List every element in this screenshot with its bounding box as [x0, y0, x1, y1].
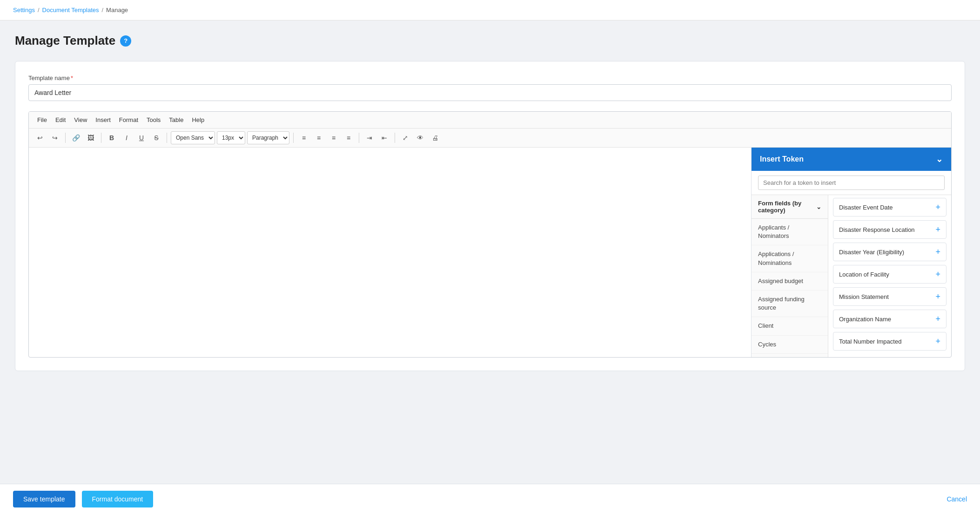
token-category-applications[interactable]: Applications / Nominations [752, 245, 828, 272]
toolbar-fullscreen[interactable]: ⤢ [399, 131, 412, 144]
token-field-disaster-response-location[interactable]: Disaster Response Location + [833, 220, 946, 239]
toolbar-divider-4 [293, 133, 294, 143]
token-field-label-disaster-year: Disaster Year (Eligibility) [839, 249, 904, 256]
token-field-total-number-impacted[interactable]: Total Number Impacted + [833, 332, 946, 351]
token-category-budget[interactable]: Assigned budget [752, 272, 828, 291]
toolbar-align-right[interactable]: ≡ [327, 131, 340, 144]
editor-container: File Edit View Insert Format Tools Table… [28, 111, 952, 358]
token-category-client[interactable]: Client [752, 317, 828, 335]
toolbar-paragraph-style[interactable]: Paragraph [247, 131, 289, 144]
toolbar-align-left[interactable]: ≡ [297, 131, 310, 144]
breadcrumb-sep-2: / [101, 7, 103, 14]
menu-file[interactable]: File [34, 115, 51, 125]
token-add-btn-disaster-year[interactable]: + [935, 248, 940, 256]
token-field-disaster-year[interactable]: Disaster Year (Eligibility) + [833, 243, 946, 261]
page-header: Manage Template ? [15, 34, 965, 48]
token-category-header: Form fields (by category) ⌄ [752, 195, 828, 219]
token-category-funding[interactable]: Assigned funding source [752, 291, 828, 317]
token-search-container [752, 171, 951, 195]
main-content: Manage Template ? Template name* File Ed… [0, 20, 980, 498]
token-field-label-mission-statement: Mission Statement [839, 293, 889, 300]
toolbar-link[interactable]: 🔗 [69, 131, 82, 144]
editor-menubar: File Edit View Insert Format Tools Table… [29, 112, 951, 128]
token-field-label-location-of-facility: Location of Facility [839, 271, 889, 278]
token-category-cycles[interactable]: Cycles [752, 336, 828, 354]
toolbar-indent[interactable]: ⇥ [363, 131, 376, 144]
token-category-header-label: Form fields (by category) [758, 200, 816, 214]
token-search-input[interactable] [758, 176, 945, 190]
token-add-btn-disaster-event-date[interactable]: + [935, 203, 940, 211]
token-field-label-total-number-impacted: Total Number Impacted [839, 338, 901, 345]
toolbar-redo[interactable]: ↪ [48, 131, 61, 144]
token-categories: Form fields (by category) ⌄ Applicants /… [752, 195, 828, 357]
token-add-btn-mission-statement[interactable]: + [935, 292, 940, 301]
breadcrumb-manage: Manage [106, 7, 128, 14]
token-field-disaster-event-date[interactable]: Disaster Event Date + [833, 198, 946, 216]
token-fields: Disaster Event Date + Disaster Response … [828, 195, 951, 357]
token-field-label-disaster-response-location: Disaster Response Location [839, 226, 915, 233]
breadcrumb: Settings / Document Templates / Manage [0, 0, 980, 20]
token-add-btn-disaster-response-location[interactable]: + [935, 225, 940, 234]
bottom-bar: Save template Format document Cancel [0, 484, 980, 514]
page-wrapper: Settings / Document Templates / Manage M… [0, 0, 980, 514]
toolbar-image[interactable]: 🖼 [84, 131, 97, 144]
toolbar-divider-5 [359, 133, 359, 143]
token-field-label-organization-name: Organization Name [839, 316, 891, 323]
token-body: Form fields (by category) ⌄ Applicants /… [752, 195, 951, 357]
insert-token-title: Insert Token [760, 155, 804, 163]
insert-token-panel: Insert Token ⌄ Form field [751, 148, 951, 357]
toolbar-bold[interactable]: B [105, 131, 118, 144]
editor-body-area: Insert Token ⌄ Form field [29, 148, 951, 357]
save-template-button[interactable]: Save template [13, 491, 75, 507]
editor-writing-area[interactable] [29, 148, 751, 357]
menu-edit[interactable]: Edit [52, 115, 69, 125]
breadcrumb-document-templates[interactable]: Document Templates [42, 7, 99, 14]
toolbar-outdent[interactable]: ⇤ [378, 131, 391, 144]
token-field-mission-statement[interactable]: Mission Statement + [833, 287, 946, 306]
insert-token-chevron[interactable]: ⌄ [936, 154, 943, 164]
toolbar-align-justify[interactable]: ≡ [342, 131, 355, 144]
page-title: Manage Template [15, 34, 115, 48]
template-name-field: Template name* [28, 74, 952, 101]
format-document-button[interactable]: Format document [82, 491, 154, 507]
help-icon[interactable]: ? [120, 35, 131, 47]
toolbar-divider-3 [167, 133, 167, 143]
token-field-location-of-facility[interactable]: Location of Facility + [833, 265, 946, 284]
token-field-label-disaster-event-date: Disaster Event Date [839, 204, 893, 211]
template-name-input[interactable] [28, 84, 952, 101]
menu-tools[interactable]: Tools [143, 115, 164, 125]
toolbar-italic[interactable]: I [120, 131, 133, 144]
toolbar-undo[interactable]: ↩ [34, 131, 47, 144]
menu-view[interactable]: View [70, 115, 91, 125]
toolbar-divider-2 [101, 133, 101, 143]
token-category-collapse-icon[interactable]: ⌄ [816, 203, 821, 210]
required-star: * [71, 74, 73, 81]
toolbar-underline[interactable]: U [135, 131, 148, 144]
toolbar-font-family[interactable]: Open Sans [171, 131, 215, 144]
token-add-btn-total-number-impacted[interactable]: + [935, 337, 940, 345]
toolbar-divider-1 [65, 133, 66, 143]
editor-toolbar: ↩ ↪ 🔗 🖼 B I U S Open Sans 13px [29, 128, 951, 148]
toolbar-align-center[interactable]: ≡ [312, 131, 325, 144]
template-name-label: Template name* [28, 74, 952, 81]
toolbar-divider-6 [395, 133, 395, 143]
template-card: Template name* File Edit View Insert For… [15, 61, 965, 371]
menu-insert[interactable]: Insert [92, 115, 114, 125]
token-field-organization-name[interactable]: Organization Name + [833, 310, 946, 328]
breadcrumb-sep-1: / [38, 7, 40, 14]
menu-table[interactable]: Table [165, 115, 187, 125]
token-category-applicants[interactable]: Applicants / Nominators [752, 219, 828, 245]
toolbar-print[interactable]: 🖨 [429, 131, 442, 144]
toolbar-strikethrough[interactable]: S [150, 131, 163, 144]
breadcrumb-settings[interactable]: Settings [13, 7, 35, 14]
menu-help[interactable]: Help [188, 115, 208, 125]
token-add-btn-location-of-facility[interactable]: + [935, 270, 940, 278]
toolbar-preview[interactable]: 👁 [414, 131, 427, 144]
insert-token-header: Insert Token ⌄ [752, 148, 951, 171]
token-add-btn-organization-name[interactable]: + [935, 315, 940, 323]
cancel-link[interactable]: Cancel [946, 495, 967, 503]
menu-format[interactable]: Format [115, 115, 142, 125]
toolbar-font-size[interactable]: 13px [217, 131, 245, 144]
